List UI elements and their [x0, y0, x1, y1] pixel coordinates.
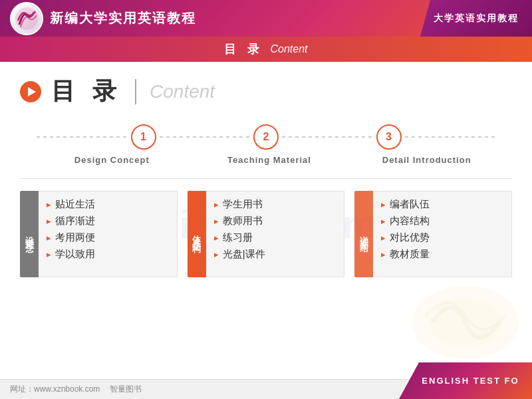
card-3: 详细介绍 编者队伍 内容结构 对比优势 教材质量 — [354, 191, 512, 277]
step-line-3 — [405, 136, 496, 138]
card-2-item-4: 光盘|课件 — [214, 248, 336, 261]
main-content: dinch.com 目 录 Content 1 2 3 Design Conce… — [0, 62, 532, 386]
card-3-content: 编者队伍 内容结构 对比优势 教材质量 — [373, 191, 512, 277]
logo-icon — [10, 2, 43, 35]
card-3-item-3: 对比优势 — [381, 231, 503, 244]
play-icon — [20, 81, 41, 102]
card-3-item-2: 内容结构 — [381, 215, 503, 227]
card-1-item-4: 学以致用 — [47, 248, 169, 261]
step-line-2 — [282, 136, 373, 138]
footer-name: 智量图书 — [110, 384, 142, 395]
card-2-item-3: 练习册 — [214, 231, 336, 244]
header-right-text: 大学英语实用教程 — [434, 13, 519, 25]
step-line-0 — [37, 136, 128, 138]
step-labels-row: Design Concept Teaching Material Detail … — [20, 155, 512, 165]
step-label-3: Detail Introduction — [348, 155, 512, 165]
card-3-side-label: 详细介绍 — [354, 191, 373, 277]
page-title-divider — [135, 79, 136, 104]
card-2-item-1: 学生用书 — [214, 198, 336, 211]
card-2-item-2: 教师用书 — [214, 215, 336, 227]
card-3-item-4: 教材质量 — [381, 248, 503, 261]
step-circle-2[interactable]: 2 — [253, 124, 279, 150]
card-2-side-label: 体系结构 — [188, 191, 206, 277]
logo-area: 新编大学实用英语教程 — [10, 2, 196, 35]
tab-label-zh: 目 录 — [224, 41, 263, 57]
bg-decoration — [406, 279, 525, 366]
step-line-1 — [160, 136, 251, 138]
card-1-side-label: 设计理念 — [20, 191, 39, 277]
step-label-1: Design Concept — [20, 155, 191, 165]
card-1-content: 贴近生活 循序渐进 考用两便 学以致用 — [39, 191, 178, 277]
page-title-zh: 目 录 — [51, 75, 122, 108]
card-1: 设计理念 贴近生活 循序渐进 考用两便 学以致用 — [20, 191, 178, 277]
header-right-badge: 大学英语实用教程 — [420, 0, 532, 37]
card-1-item-1: 贴近生活 — [47, 198, 169, 211]
card-2: 体系结构 学生用书 教师用书 练习册 光盘|课件 — [188, 191, 345, 277]
steps-row: 1 2 3 — [20, 124, 512, 150]
separator — [20, 178, 512, 179]
cards-row: 设计理念 贴近生活 循序渐进 考用两便 学以致用 体系结构 学生用书 教师用书 … — [20, 191, 512, 277]
step-circle-3[interactable]: 3 — [376, 124, 402, 150]
page-title-row: 目 录 Content — [20, 75, 512, 108]
card-1-item-3: 考用两便 — [47, 231, 169, 244]
card-3-item-1: 编者队伍 — [381, 198, 503, 211]
card-2-content: 学生用书 教师用书 练习册 光盘|课件 — [206, 191, 345, 277]
header-title: 新编大学实用英语教程 — [50, 9, 196, 27]
card-1-item-2: 循序渐进 — [47, 215, 169, 227]
footer-url: 网址：www.xznbook.com — [10, 384, 100, 395]
tab-bar: 目 录 Content — [0, 37, 532, 62]
page-title-en: Content — [150, 81, 215, 102]
step-circle-1[interactable]: 1 — [131, 124, 156, 150]
bottom-right-brand: ENGLISH TEST FO — [399, 362, 532, 399]
header: 新编大学实用英语教程 大学英语实用教程 — [0, 0, 532, 37]
bottom-brand-text: ENGLISH TEST FO — [422, 376, 519, 386]
step-label-2: Teaching Material — [191, 155, 348, 165]
tab-label-en: Content — [270, 43, 307, 55]
